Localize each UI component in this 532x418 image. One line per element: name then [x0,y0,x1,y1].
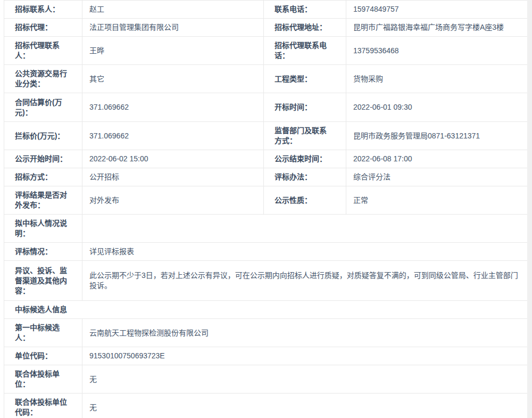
field-value: 公开招标 [82,168,264,186]
table-row: 评标情况： 详见评标报表 [4,243,528,261]
field-label: 招标代理联系电话： [264,37,346,65]
field-label: 评标办法： [264,168,346,186]
table-row: 招标代理联系人： 王晔 招标代理联系电话： 13759536468 [4,37,528,65]
table-row: 单位代码： 91530100750693723E [4,347,528,365]
field-value: 无 [82,394,528,418]
field-value: 昆明市政务服务管理局0871-63121371 [346,122,528,150]
field-label: 公共资源交易行业分类： [4,65,82,93]
field-label: 招标代理联系人： [4,37,82,65]
field-label: 拦标价(万元)： [4,122,82,150]
table-row: 拟中标人情况说明： [4,215,528,243]
field-value: 371.069662 [82,93,264,122]
field-value: 详见评标报表 [82,243,528,261]
table-row: 联合体投标单位代码： 无 [4,394,528,418]
field-label: 招标联系人： [4,1,82,19]
field-value: 15974849757 [346,1,528,19]
field-value: 91530100750693723E [82,347,528,365]
field-value: 昆明市广福路银海幸福广场商务写字楼A座3楼 [346,19,528,37]
field-label: 公示结束时间： [264,150,346,168]
field-label: 联合体投标单位代码： [4,394,82,418]
table-row: 招标联系人： 赵工 联系电话： 15974849757 [4,1,528,19]
field-value: 法正项目管理集团有限公司 [82,19,264,37]
field-value: 2022-06-02 15:00 [82,150,264,168]
field-value [82,215,528,243]
table-row: 联合体投标单位： 无 [4,365,528,394]
field-value: 综合评分法 [346,168,528,186]
field-value: 赵工 [82,1,264,19]
section-header-row: 中标候选人信息 [4,301,528,319]
table-row: 招标方式： 公开招标 评标办法： 综合评分法 [4,168,528,186]
field-label: 公示性质： [264,186,346,215]
bid-announcement-table: 招标联系人： 赵工 联系电话： 15974849757 招标代理： 法正项目管理… [4,0,528,418]
field-label: 联合体投标单位： [4,365,82,394]
field-label: 第一中标候选人： [4,319,82,347]
table-row: 公共资源交易行业分类： 其它 工程类型： 货物采购 [4,65,528,93]
field-value: 正常 [346,186,528,215]
field-label: 招标方式： [4,168,82,186]
table-row: 异议、投诉、监督渠道及其他内容： 此公示期不少于3日，若对上述公示有异议，可在公… [4,261,528,301]
field-label: 招标代理地址： [264,19,346,37]
bid-result-announcement-page: 招标联系人： 赵工 联系电话： 15974849757 招标代理： 法正项目管理… [0,0,532,418]
table-row: 第一中标候选人： 云南航天工程物探检测股份有限公司 [4,319,528,347]
field-value: 无 [82,365,528,394]
field-label: 单位代码： [4,347,82,365]
field-value: 此公示期不少于3日，若对上述公示有异议，可在公示期内向招标人进行质疑，对质疑答复… [82,261,528,301]
field-label: 监督部门及联系方式： [264,122,346,150]
table-row: 招标代理： 法正项目管理集团有限公司 招标代理地址： 昆明市广福路银海幸福广场商… [4,19,528,37]
field-label: 评标情况： [4,243,82,261]
field-label: 拟中标人情况说明： [4,215,82,243]
field-label: 公示开始时间： [4,150,82,168]
field-value: 货物采购 [346,65,528,93]
field-value: 王晔 [82,37,264,65]
field-label: 联系电话： [264,1,346,19]
field-value: 2022-06-01 09:30 [346,93,528,122]
field-value: 云南航天工程物探检测股份有限公司 [82,319,528,347]
field-label: 开标时间： [264,93,346,122]
field-label: 合同估算价(万元)： [4,93,82,122]
field-label: 评标结果是否对外发布： [4,186,82,215]
field-value: 13759536468 [346,37,528,65]
table-row: 评标结果是否对外发布： 对外发布 公示性质： 正常 [4,186,528,215]
field-label: 工程类型： [264,65,346,93]
page-gutter [527,0,532,418]
field-value: 371.069662 [82,122,264,150]
field-label: 异议、投诉、监督渠道及其他内容： [4,261,82,301]
field-value: 对外发布 [82,186,264,215]
section-title: 中标候选人信息 [4,301,528,319]
table-row: 拦标价(万元)： 371.069662 监督部门及联系方式： 昆明市政务服务管理… [4,122,528,150]
field-value: 其它 [82,65,264,93]
field-label: 招标代理： [4,19,82,37]
table-row: 公示开始时间： 2022-06-02 15:00 公示结束时间： 2022-06… [4,150,528,168]
field-value: 2022-06-08 17:00 [346,150,528,168]
table-row: 合同估算价(万元)： 371.069662 开标时间： 2022-06-01 0… [4,93,528,122]
